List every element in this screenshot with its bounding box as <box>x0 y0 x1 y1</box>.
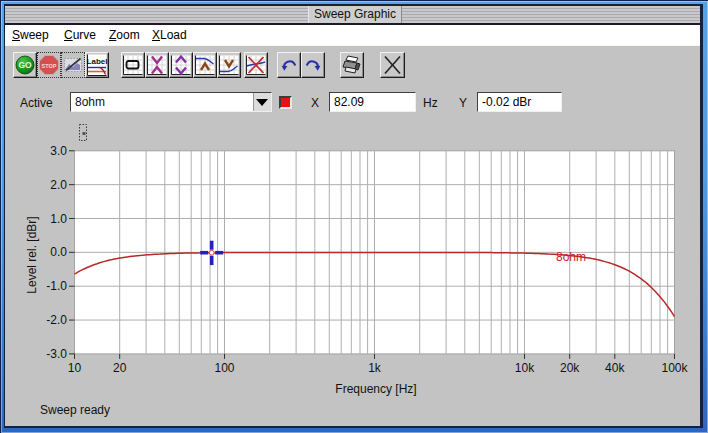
svg-text:10k: 10k <box>515 360 535 374</box>
svg-text:100: 100 <box>214 360 234 374</box>
svg-text:2.0: 2.0 <box>50 177 67 191</box>
svg-text:3.0: 3.0 <box>50 143 67 157</box>
svg-text:-2.0: -2.0 <box>46 313 67 327</box>
svg-text:STOP: STOP <box>42 62 57 68</box>
svg-text:1.0: 1.0 <box>50 211 67 225</box>
svg-text:8ohm: 8ohm <box>556 249 586 263</box>
svg-text:20k: 20k <box>560 360 580 374</box>
svg-text:-3.0: -3.0 <box>46 346 67 360</box>
svg-text:100k: 100k <box>661 360 688 374</box>
svg-text:-1.0: -1.0 <box>46 279 67 293</box>
svg-text:1k: 1k <box>368 360 382 374</box>
svg-text:GO: GO <box>18 60 32 70</box>
svg-text:20: 20 <box>113 360 127 374</box>
svg-text:10: 10 <box>68 360 82 374</box>
svg-text:Label: Label <box>87 56 108 65</box>
svg-text:40k: 40k <box>605 360 625 374</box>
svg-text:0.0: 0.0 <box>50 245 67 259</box>
